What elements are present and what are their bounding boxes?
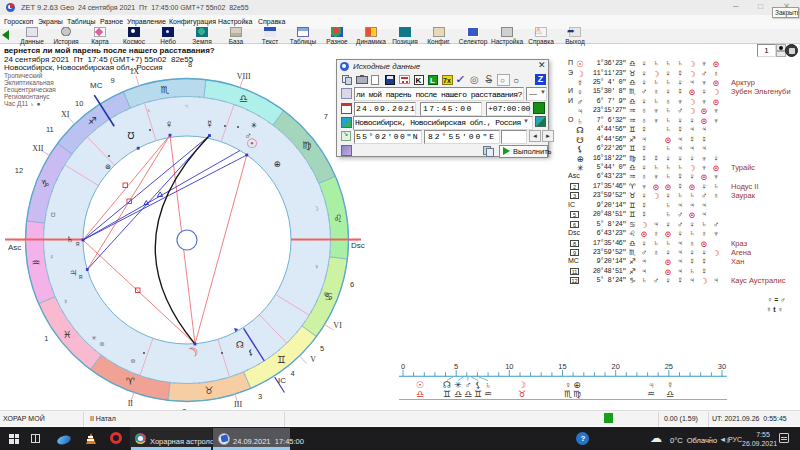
svg-text:✳: ✳ <box>91 335 96 341</box>
svg-text:♎: ♎ <box>416 389 424 399</box>
svg-text:4: 4 <box>291 369 295 378</box>
svg-text:♒: ♒ <box>484 389 492 399</box>
svg-text:15: 15 <box>558 362 566 371</box>
svg-text:♈: ♈ <box>126 376 135 387</box>
svg-text:XII: XII <box>32 144 43 153</box>
svg-text:⊛: ⊛ <box>105 163 111 170</box>
svg-text:♎: ♎ <box>454 389 462 399</box>
svg-text:♒: ♒ <box>647 389 655 399</box>
svg-text:♀: ♀ <box>165 118 174 130</box>
svg-text:II: II <box>128 399 134 408</box>
svg-text:25: 25 <box>665 362 673 371</box>
svg-text:⊕: ⊕ <box>273 159 280 169</box>
svg-text:⚸: ⚸ <box>248 348 254 357</box>
svg-text:⊛: ⊛ <box>99 341 104 347</box>
svg-text:10: 10 <box>75 99 83 108</box>
svg-text:0: 0 <box>401 362 405 371</box>
svg-text:♎: ♎ <box>239 93 248 104</box>
svg-text:10: 10 <box>505 362 513 371</box>
svg-text:11: 11 <box>46 125 54 134</box>
svg-text:7: 7 <box>324 112 328 121</box>
svg-text:1: 1 <box>44 334 48 343</box>
svg-text:5: 5 <box>454 362 458 371</box>
svg-text:☊: ☊ <box>236 340 244 350</box>
svg-text:☉: ☉ <box>246 136 258 151</box>
svg-text:♃: ♃ <box>69 266 78 278</box>
svg-text:♄: ♄ <box>147 107 152 113</box>
svg-text:♍: ♍ <box>302 140 311 151</box>
svg-text:VI: VI <box>333 321 342 330</box>
svg-text:MC: MC <box>90 81 103 90</box>
svg-text:✳: ✳ <box>251 121 258 130</box>
svg-text:⊛: ⊛ <box>130 358 135 364</box>
svg-text:IC: IC <box>278 376 286 385</box>
svg-text:℧: ℧ <box>51 212 56 218</box>
svg-text:♉: ♉ <box>205 385 214 396</box>
svg-text:♊: ♊ <box>474 389 482 399</box>
svg-text:♓: ♓ <box>63 329 72 340</box>
svg-text:Asc: Asc <box>8 243 21 252</box>
svg-text:XI: XI <box>61 110 70 119</box>
svg-text:20: 20 <box>612 362 620 371</box>
svg-text:♑: ♑ <box>41 178 50 189</box>
svg-text:12: 12 <box>15 166 23 175</box>
svg-text:Dsc: Dsc <box>351 241 365 250</box>
svg-text:☿: ☿ <box>64 298 69 305</box>
svg-text:♐: ♐ <box>88 115 97 126</box>
svg-text:♃: ♃ <box>184 103 189 109</box>
svg-text:9: 9 <box>111 76 115 85</box>
svg-text:♎: ♎ <box>464 389 472 399</box>
svg-text:☽: ☽ <box>313 205 319 212</box>
svg-text:♎: ♎ <box>666 389 674 399</box>
svg-text:♄: ♄ <box>66 233 75 245</box>
svg-text:☿: ☿ <box>205 118 214 130</box>
svg-text:R: R <box>76 241 80 247</box>
svg-text:♌: ♌ <box>333 213 342 224</box>
svg-text:♀: ♀ <box>50 253 55 260</box>
svg-text:3: 3 <box>258 392 262 401</box>
svg-text:V: V <box>310 355 316 364</box>
svg-text:R: R <box>79 274 83 280</box>
svg-text:♍: ♍ <box>573 389 581 399</box>
svg-text:30: 30 <box>718 362 726 371</box>
svg-text:♏: ♏ <box>564 389 572 399</box>
svg-text:IX: IX <box>131 67 140 76</box>
svg-text:⊛: ⊛ <box>323 291 328 297</box>
svg-text:♀: ♀ <box>315 263 320 270</box>
svg-text:♊: ♊ <box>443 389 451 399</box>
svg-text:III: III <box>234 400 242 409</box>
svg-text:♉: ♉ <box>518 389 526 399</box>
svg-text:VIII: VIII <box>237 72 251 81</box>
svg-text:℧: ℧ <box>128 131 135 141</box>
svg-text:5: 5 <box>320 344 324 353</box>
svg-text:6: 6 <box>350 280 354 289</box>
svg-text:♒: ♒ <box>32 257 41 268</box>
svg-text:♊: ♊ <box>277 354 286 365</box>
svg-text:8: 8 <box>188 60 192 69</box>
svg-text:♏: ♏ <box>161 84 170 95</box>
